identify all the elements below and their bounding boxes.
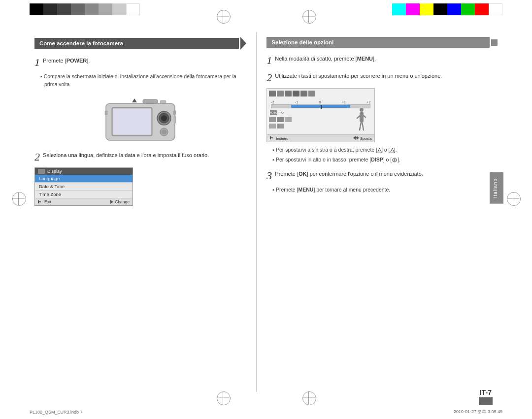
right-step-1-text: 1 Nella modalità di scatto, premete [MEN… bbox=[266, 55, 498, 66]
page-number-bar bbox=[479, 397, 493, 405]
right-column: Selezione delle opzioni 1 Nella modalità… bbox=[257, 27, 502, 397]
svg-line-22 bbox=[362, 122, 364, 130]
header-square-icon bbox=[491, 39, 498, 46]
left-step-2: 2 Seleziona una lingua, definisce la dat… bbox=[34, 151, 246, 206]
right-step-2-text: 2 Utilizzate i tasti di spostamento per … bbox=[266, 72, 498, 83]
menu-mockup: Display Language Date & Time Time Zone E… bbox=[34, 167, 133, 206]
footer-left: PL100_QSM_EUR3.indb 7 bbox=[30, 410, 83, 415]
left-step-2-text: 2 Seleziona una lingua, definisce la dat… bbox=[34, 151, 246, 162]
right-step-3-bullet: ▪ Premete [MENU] per tornare al menu pre… bbox=[272, 186, 498, 194]
svg-marker-25 bbox=[353, 136, 359, 140]
svg-marker-13 bbox=[132, 98, 137, 102]
header-triangle-icon bbox=[240, 37, 246, 50]
menu-item-language: Language bbox=[35, 175, 133, 183]
menu-footer: Exit Change bbox=[35, 198, 133, 205]
reg-mark-mid-left bbox=[12, 192, 25, 205]
menu-header: Display bbox=[35, 168, 133, 175]
footer-right: 2010-01-27 오후 3:09:49 bbox=[454, 409, 502, 415]
svg-rect-15 bbox=[38, 200, 39, 203]
menu-item-datetime: Date & Time bbox=[35, 183, 133, 191]
svg-rect-6 bbox=[143, 99, 158, 103]
svg-line-21 bbox=[360, 122, 361, 130]
left-step-1-bullet: ▪ Compare la schermata iniziale di insta… bbox=[40, 73, 246, 89]
svg-rect-2 bbox=[113, 108, 151, 135]
page-number-box: IT-7 bbox=[479, 388, 493, 405]
svg-point-9 bbox=[162, 129, 166, 134]
left-column: Come accendere la fotocamera 1 Premete [… bbox=[30, 27, 256, 397]
ev-footer-move: Sposta bbox=[353, 136, 371, 141]
right-header-label: Selezione delle opzioni bbox=[266, 37, 490, 48]
grayscale-strip bbox=[30, 3, 140, 15]
right-step-1: 1 Nella modalità di scatto, premete [MEN… bbox=[266, 55, 498, 66]
svg-rect-24 bbox=[270, 136, 271, 139]
ev-menu-mockup: -2-10+1+2 AUTO EV bbox=[266, 88, 375, 142]
right-step-2: 2 Utilizzate i tasti di spostamento per … bbox=[266, 72, 498, 164]
left-step-1-text: 1 Premete [POWER]. bbox=[34, 57, 246, 68]
reg-mark-top-right bbox=[302, 10, 315, 23]
language-sidebar-tab: italiano bbox=[490, 172, 503, 204]
reg-mark-top-left bbox=[217, 10, 230, 23]
svg-marker-16 bbox=[110, 200, 113, 204]
menu-header-icon bbox=[38, 169, 45, 174]
right-step-2-bullet1: ▪ Per spostarvi a sinistra o a destra, p… bbox=[272, 146, 498, 154]
reg-mark-mid-right bbox=[507, 192, 520, 205]
ev-footer-back: Indietro bbox=[270, 136, 288, 141]
left-step-1: 1 Premete [POWER]. ▪ Compare la schermat… bbox=[34, 57, 246, 145]
menu-item-timezone: Time Zone bbox=[35, 191, 133, 198]
menu-footer-change: Change bbox=[108, 199, 130, 204]
svg-rect-11 bbox=[105, 111, 107, 115]
right-step-3-text: 3 Premete [OK] per confermare l'opzione … bbox=[266, 170, 498, 181]
right-step-3: 3 Premete [OK] per confermare l'opzione … bbox=[266, 170, 498, 194]
svg-rect-12 bbox=[173, 111, 176, 115]
color-strip bbox=[392, 3, 502, 15]
left-header-label: Come accendere la fotocamera bbox=[34, 38, 239, 49]
right-section-header: Selezione delle opzioni bbox=[266, 37, 498, 48]
step-2-number: 2 bbox=[34, 152, 40, 162]
top-color-bar bbox=[0, 0, 532, 19]
right-step-2-bullet2: ▪ Per spostarvi in alto o in basso, prem… bbox=[272, 156, 498, 164]
footer: PL100_QSM_EUR3.indb 7 2010-01-27 오후 3:09… bbox=[0, 409, 532, 415]
svg-rect-10 bbox=[174, 116, 176, 123]
svg-point-5 bbox=[161, 115, 167, 121]
step-1-number: 1 bbox=[34, 57, 40, 68]
menu-header-label: Display bbox=[47, 169, 62, 174]
left-section-header: Come accendere la fotocamera bbox=[34, 37, 246, 50]
figure-silhouette-icon bbox=[355, 107, 368, 133]
main-content: Come accendere la fotocamera 1 Premete [… bbox=[30, 27, 502, 397]
svg-point-17 bbox=[360, 108, 364, 112]
page-number: IT-7 bbox=[480, 388, 492, 396]
menu-footer-exit: Exit bbox=[38, 199, 51, 204]
camera-illustration bbox=[101, 94, 180, 145]
svg-rect-7 bbox=[160, 100, 166, 103]
